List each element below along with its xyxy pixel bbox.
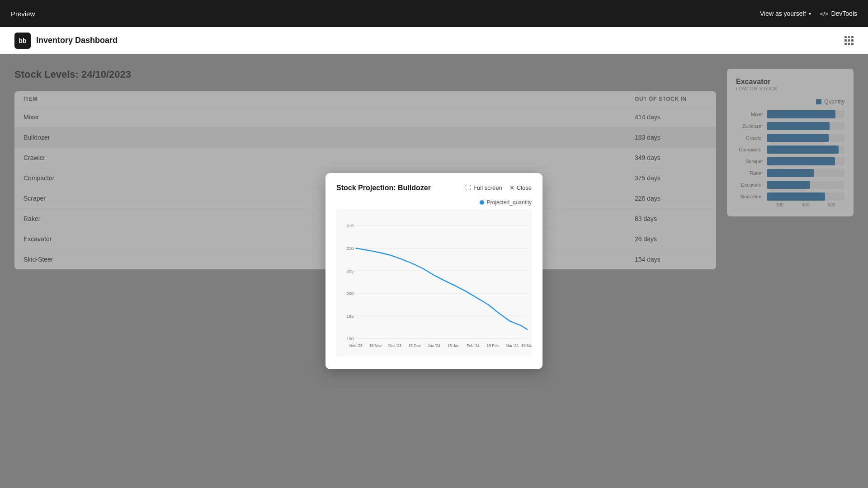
svg-text:15 Mar: 15 Mar [521,343,532,348]
modal: Stock Projection: Bulldozer ⛶ Full scree… [326,173,542,369]
chart-legend: Projected_quantity [336,199,532,206]
svg-text:195: 195 [346,314,354,319]
modal-overlay: Stock Projection: Bulldozer ⛶ Full scree… [0,54,868,488]
code-icon: </> [820,10,829,17]
svg-text:205: 205 [346,268,354,273]
svg-text:Nov '23: Nov '23 [349,343,363,348]
svg-text:210: 210 [346,246,354,251]
app-logo: bb [14,33,31,49]
fullscreen-button[interactable]: ⛶ Full screen [465,184,502,191]
svg-text:Feb '24: Feb '24 [467,343,480,348]
projected-legend-dot [480,200,484,205]
view-as-yourself-label: View as yourself [760,10,806,17]
right-controls: View as yourself ▾ </> DevTools [760,10,857,17]
close-icon: ✕ [509,184,514,191]
app-title: Inventory Dashboard [36,36,118,45]
devtools-button[interactable]: </> DevTools [820,10,857,17]
svg-text:15 Dec: 15 Dec [408,343,421,348]
projected-legend-label: Projected_quantity [487,199,532,206]
svg-text:15 Feb: 15 Feb [486,343,499,348]
svg-text:Mar '24: Mar '24 [506,343,519,348]
line-chart: 215 210 205 200 195 190 [336,209,532,357]
close-button[interactable]: ✕ Close [509,184,532,191]
chevron-down-icon: ▾ [809,11,811,16]
fullscreen-icon: ⛶ [465,184,471,191]
modal-title: Stock Projection: Bulldozer [336,184,431,192]
topbar: Preview View as yourself ▾ </> DevTools [0,0,868,27]
svg-text:15 Jan: 15 Jan [448,343,459,348]
svg-text:200: 200 [346,291,354,296]
app-area: bb Inventory Dashboard Stock Levels: 24/… [0,27,868,488]
close-label: Close [517,184,532,191]
app-logo-area: bb Inventory Dashboard [14,33,118,49]
grid-icon[interactable] [844,36,854,45]
devtools-label: DevTools [831,10,857,17]
modal-controls: ⛶ Full screen ✕ Close [465,184,532,191]
svg-text:190: 190 [346,336,354,341]
svg-text:215: 215 [346,223,354,228]
svg-text:Dec '23: Dec '23 [388,343,401,348]
main-content: Stock Levels: 24/10/2023 ITEM OUT OF STO… [0,54,868,488]
modal-header: Stock Projection: Bulldozer ⛶ Full scree… [336,184,532,192]
fullscreen-label: Full screen [473,184,502,191]
svg-text:Jan '24: Jan '24 [428,343,440,348]
svg-text:15 Nov: 15 Nov [369,343,382,348]
preview-label: Preview [11,10,35,18]
app-header: bb Inventory Dashboard [0,27,868,54]
view-as-yourself-button[interactable]: View as yourself ▾ [760,10,811,17]
